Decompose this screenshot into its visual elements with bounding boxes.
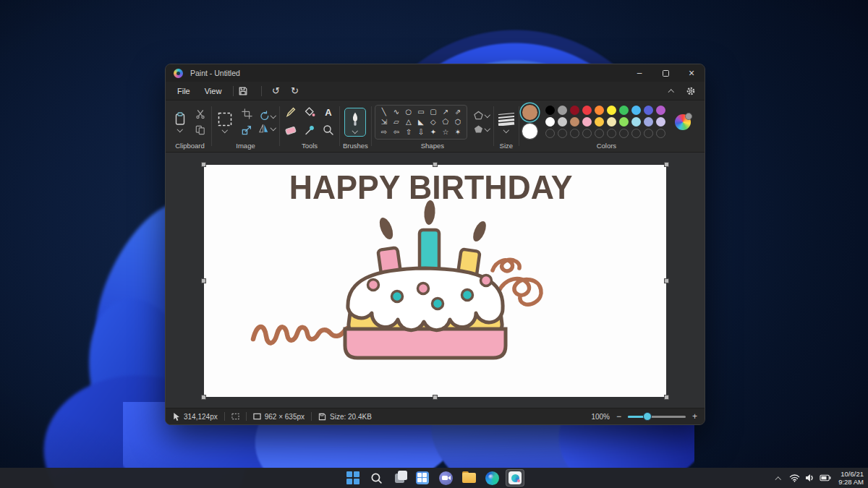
shape-option-2[interactable]: ○ [403, 107, 414, 117]
palette-color-1-1[interactable] [558, 106, 567, 115]
palette-color-2-6[interactable] [619, 117, 629, 127]
start-button[interactable] [344, 469, 362, 487]
palette-color-1-7[interactable] [631, 106, 641, 115]
palette-color-2-9[interactable] [656, 117, 665, 127]
palette-color-1-4[interactable] [595, 106, 604, 115]
crop-button[interactable] [239, 107, 255, 121]
eraser-tool[interactable] [283, 123, 299, 137]
palette-color-2-8[interactable] [644, 117, 653, 127]
view-menu[interactable]: View [197, 85, 229, 98]
color-picker-tool[interactable] [302, 123, 318, 137]
palette-color-1-5[interactable] [607, 106, 616, 115]
collapse-ribbon-icon[interactable] [668, 89, 674, 93]
magnifier-tool[interactable] [320, 123, 336, 137]
select-button[interactable] [215, 111, 235, 134]
wifi-icon[interactable] [789, 474, 800, 482]
palette-empty-slot-8[interactable] [644, 129, 653, 138]
palette-empty-slot-6[interactable] [619, 129, 629, 138]
zoom-slider-thumb[interactable] [643, 412, 652, 421]
palette-color-1-6[interactable] [619, 106, 629, 115]
file-explorer-button[interactable] [459, 469, 478, 487]
palette-color-2-4[interactable] [595, 117, 604, 127]
gear-icon[interactable] [686, 86, 696, 96]
drawing-canvas[interactable]: HAPPY BIRTHDAY [204, 165, 666, 397]
shape-option-4[interactable]: ▢ [427, 107, 439, 117]
resize-handle[interactable] [664, 162, 669, 167]
volume-icon[interactable] [805, 474, 814, 482]
flip-button[interactable] [258, 123, 276, 134]
zoom-in-button[interactable]: + [692, 411, 697, 421]
undo-button[interactable]: ↺ [266, 85, 285, 96]
tray-overflow-icon[interactable] [775, 476, 781, 480]
shape-option-7[interactable]: ⇲ [378, 117, 390, 127]
shape-option-18[interactable]: ✦ [427, 127, 439, 137]
shape-option-11[interactable]: ◇ [427, 117, 439, 127]
shape-option-15[interactable]: ⇦ [391, 127, 402, 137]
title-bar[interactable]: Paint - Untitled – × [166, 64, 705, 82]
palette-color-2-5[interactable] [607, 117, 616, 127]
brushes-dropdown-icon[interactable] [352, 129, 358, 133]
widgets-button[interactable] [413, 469, 432, 487]
shape-option-13[interactable]: ⬡ [452, 117, 464, 127]
shape-option-14[interactable]: ⇨ [378, 127, 390, 137]
palette-empty-slot-2[interactable] [570, 129, 579, 138]
palette-color-1-9[interactable] [656, 106, 665, 115]
palette-color-1-0[interactable] [545, 106, 555, 115]
shape-option-10[interactable]: ◣ [415, 117, 427, 127]
palette-empty-slot-0[interactable] [545, 129, 555, 138]
resize-handle[interactable] [201, 162, 206, 167]
maximize-button[interactable] [652, 64, 678, 82]
redo-button[interactable]: ↻ [285, 85, 304, 96]
size-dropdown-icon[interactable] [503, 128, 509, 132]
task-view-button[interactable] [390, 469, 409, 487]
shape-option-16[interactable]: ⇧ [403, 127, 414, 137]
chat-button[interactable] [436, 469, 455, 487]
size-button[interactable] [497, 111, 516, 132]
brushes-button[interactable] [344, 108, 366, 137]
palette-empty-slot-1[interactable] [558, 129, 567, 138]
shape-option-8[interactable]: ▱ [391, 117, 402, 127]
palette-empty-slot-4[interactable] [595, 129, 604, 138]
pencil-tool[interactable] [283, 105, 299, 119]
edge-button[interactable] [482, 469, 501, 487]
shape-option-3[interactable]: ▭ [415, 107, 427, 117]
resize-button[interactable] [239, 123, 255, 137]
shape-option-1[interactable]: ∿ [391, 107, 402, 117]
copy-button[interactable] [192, 123, 208, 137]
zoom-out-button[interactable]: − [616, 411, 621, 421]
palette-color-2-2[interactable] [570, 117, 579, 127]
resize-handle[interactable] [664, 278, 669, 283]
close-button[interactable]: × [678, 64, 705, 82]
resize-handle[interactable] [433, 395, 438, 400]
palette-empty-slot-3[interactable] [582, 129, 592, 138]
shape-option-20[interactable]: ✶ [452, 127, 464, 137]
shape-fill-dropdown-icon[interactable] [485, 127, 490, 131]
shape-option-0[interactable]: ╲ [378, 107, 390, 117]
palette-color-1-2[interactable] [570, 106, 579, 115]
clock[interactable]: 10/6/21 9:28 AM [838, 470, 864, 487]
palette-color-2-7[interactable] [631, 117, 641, 127]
save-button[interactable] [238, 86, 257, 96]
palette-color-2-3[interactable] [582, 117, 592, 127]
file-menu[interactable]: File [170, 85, 197, 98]
shape-option-17[interactable]: ⇩ [415, 127, 427, 137]
text-tool[interactable]: A [320, 105, 336, 119]
zoom-slider[interactable] [628, 416, 686, 418]
shape-outline-button[interactable] [474, 111, 490, 120]
paint-taskbar-button[interactable] [506, 469, 524, 487]
shape-option-12[interactable]: ⬠ [440, 117, 451, 127]
resize-handle[interactable] [433, 162, 438, 167]
search-button[interactable] [367, 469, 386, 487]
paste-dropdown-icon[interactable] [177, 127, 183, 132]
shape-option-5[interactable]: ↗ [440, 107, 451, 117]
rotate-button[interactable] [258, 111, 276, 121]
shape-option-9[interactable]: △ [403, 117, 414, 127]
select-dropdown-icon[interactable] [222, 128, 228, 132]
resize-handle[interactable] [201, 395, 206, 400]
shape-option-6[interactable]: ⇗ [452, 107, 464, 117]
rotate-dropdown-icon[interactable] [271, 114, 276, 118]
palette-empty-slot-5[interactable] [607, 129, 616, 138]
minimize-button[interactable]: – [626, 64, 652, 82]
color2-swatch[interactable] [522, 124, 537, 139]
paste-button[interactable] [171, 111, 189, 133]
